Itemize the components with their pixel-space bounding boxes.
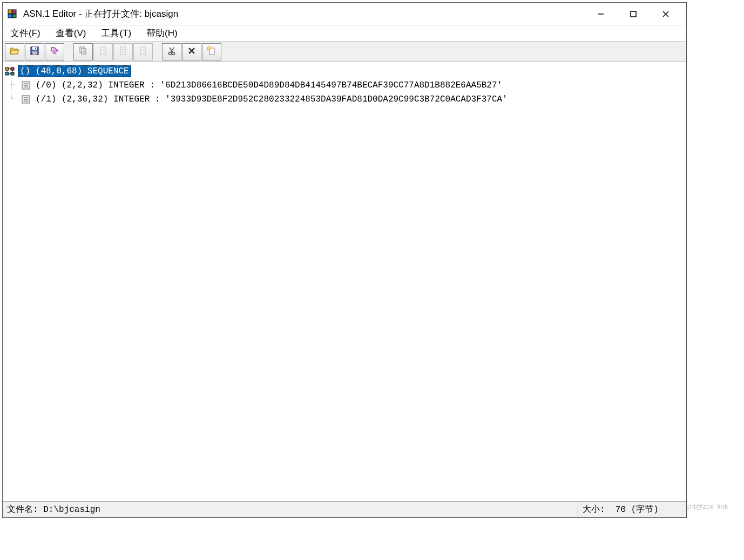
document-icon (138, 46, 148, 57)
svg-rect-41 (11, 72, 14, 75)
sequence-icon (4, 66, 16, 76)
filename-label: 文件名: (7, 504, 38, 515)
document-icon (98, 46, 108, 57)
menu-file[interactable]: 文件(F) (7, 26, 44, 41)
integer-icon (20, 80, 32, 90)
new-button[interactable] (202, 43, 221, 60)
tree-root-label: () (48,0,68) SEQUENCE (18, 65, 131, 77)
svg-rect-39 (11, 68, 14, 70)
svg-rect-38 (5, 68, 9, 70)
copy-button[interactable] (73, 43, 93, 60)
new-icon (207, 46, 217, 57)
save-button[interactable] (25, 43, 44, 60)
svg-rect-10 (32, 51, 37, 55)
menu-help[interactable]: 帮助(H) (143, 26, 181, 41)
app-icon (7, 9, 18, 19)
window-controls (585, 3, 682, 25)
delete-icon (187, 46, 197, 57)
svg-rect-0 (8, 10, 12, 14)
save-icon (30, 46, 39, 57)
svg-rect-5 (631, 11, 636, 17)
delete-button[interactable] (182, 43, 201, 60)
doc2-button[interactable] (113, 43, 133, 60)
titlebar: ASN.1 Editor - 正在打开文件: bjcasign (3, 3, 686, 25)
cut-button[interactable] (162, 43, 181, 60)
svg-point-37 (207, 46, 211, 50)
open-button[interactable] (5, 43, 24, 60)
doc1-button[interactable] (93, 43, 113, 60)
menu-tools[interactable]: 工具(T) (98, 26, 134, 41)
svg-rect-40 (5, 72, 9, 75)
toolbar (3, 42, 686, 62)
statusbar-size: 大小: 70 (字节) (578, 502, 686, 517)
tree-child-row[interactable]: (/1) (2,36,32) INTEGER : '3933D93DE8F2D9… (4, 92, 685, 106)
svg-rect-3 (12, 14, 16, 18)
svg-point-32 (169, 52, 172, 55)
tree-connector-icon (4, 78, 20, 93)
cut-icon (167, 46, 177, 57)
tag-icon (50, 46, 59, 57)
minimize-button[interactable] (585, 3, 617, 25)
tag-button[interactable] (45, 43, 64, 60)
open-icon (9, 46, 20, 57)
tree-child-row[interactable]: (/0) (2,2,32) INTEGER : '6D213D86616BCDE… (4, 78, 685, 92)
statusbar: 文件名: D:\bjcasign 大小: 70 (字节) (3, 501, 686, 517)
svg-rect-11 (35, 48, 36, 49)
tree-child-label: (/1) (2,36,32) INTEGER : '3933D93DE8F2D9… (34, 94, 509, 105)
document-icon (118, 46, 128, 57)
svg-rect-2 (8, 14, 12, 18)
tree-child-label: (/0) (2,2,32) INTEGER : '6D213D86616BCDE… (34, 80, 504, 91)
filename-value: D:\bjcasign (43, 505, 100, 515)
integer-icon (20, 95, 32, 104)
svg-rect-1 (12, 10, 16, 14)
svg-point-33 (172, 52, 175, 55)
menubar: 文件(F) 查看(V) 工具(T) 帮助(H) (3, 25, 686, 42)
doc3-button[interactable] (133, 43, 153, 60)
size-value: 70 (616, 505, 626, 515)
tree-connector-icon (4, 92, 20, 107)
size-unit: (字节) (631, 504, 659, 515)
close-button[interactable] (650, 3, 682, 25)
copy-icon (78, 46, 88, 57)
tree-root-row[interactable]: () (48,0,68) SEQUENCE (4, 64, 685, 78)
statusbar-filename: 文件名: D:\bjcasign (3, 502, 578, 517)
svg-point-12 (52, 49, 54, 50)
main-window: ASN.1 Editor - 正在打开文件: bjcasign 文件(F) 查看… (2, 2, 687, 518)
menu-view[interactable]: 查看(V) (52, 26, 90, 41)
watermark: cnt@zcx_link (686, 502, 728, 510)
size-label: 大小: (583, 504, 605, 515)
maximize-button[interactable] (617, 3, 650, 25)
tree-view[interactable]: () (48,0,68) SEQUENCE (/0) (2,2,32) INTE… (3, 62, 686, 501)
window-title: ASN.1 Editor - 正在打开文件: bjcasign (23, 8, 585, 20)
